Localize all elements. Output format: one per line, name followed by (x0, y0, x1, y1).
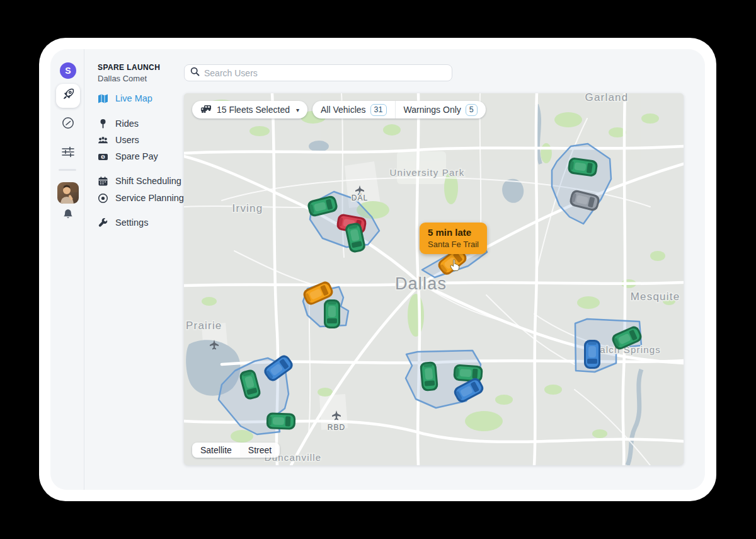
airport-code: DAL (352, 194, 368, 202)
vehicle-marker-green[interactable] (324, 299, 340, 328)
tooltip-subtitle: Santa Fe Trail (428, 240, 479, 249)
bell-icon (62, 208, 74, 223)
dashboard-button[interactable] (59, 115, 77, 133)
rocket-icon (61, 88, 75, 104)
layer-street-button[interactable]: Street (240, 443, 280, 458)
fleets-dropdown[interactable]: 15 Fleets Selected ▾ (192, 101, 307, 119)
sidebar-item-label: Live Map (115, 93, 152, 103)
search-icon (190, 67, 200, 79)
sidebar-item-label: Settings (115, 217, 148, 228)
fleets-dropdown-label: 15 Fleets Selected (217, 105, 290, 115)
city-label: Dallas (395, 274, 447, 293)
sidebar-item-label: Spare Pay (115, 151, 158, 161)
sidebar-item-spare-pay[interactable]: $ Spare Pay (98, 148, 158, 165)
all-vehicles-count-badge: 31 (370, 104, 387, 116)
chevron-down-icon: ▾ (296, 107, 299, 113)
tooltip-title: 5 min late (428, 227, 479, 238)
cash-icon: $ (98, 151, 108, 162)
airport-code: RBD (328, 423, 345, 432)
device-frame: S (39, 38, 716, 501)
search-bar (184, 64, 452, 81)
target-icon (98, 193, 108, 204)
vehicle-marker-blue[interactable] (584, 340, 600, 369)
brand-org: Dallas Comet (98, 74, 160, 83)
fleet-icon (200, 105, 212, 115)
app-window: S (50, 49, 705, 490)
svg-text:$: $ (102, 155, 104, 159)
left-rail: S (50, 49, 84, 490)
filter-label: All Vehicles (321, 105, 366, 115)
search-input[interactable] (204, 68, 446, 78)
calendar-icon (98, 176, 108, 187)
sidebar-item-settings[interactable]: Settings (98, 214, 148, 231)
sidebar-item-users[interactable]: Users (98, 132, 139, 148)
layer-satellite-button[interactable]: Satellite (192, 443, 240, 458)
sidebar-item-service-planning[interactable]: Service Planning (98, 190, 184, 206)
vehicle-filter: All Vehicles 31 Warnings Only 5 (312, 101, 486, 119)
sidebar-item-label: Service Planning (115, 193, 184, 203)
sidebar-item-live-map[interactable]: Live Map (98, 90, 152, 107)
rail-divider (59, 169, 76, 171)
city-label: Mesquite (631, 291, 680, 303)
vehicle-marker-green[interactable] (266, 412, 296, 430)
vehicle-tooltip: 5 min late Santa Fe Trail (420, 223, 487, 254)
adjustments-button[interactable] (59, 144, 77, 162)
sidebar-item-label: Rides (115, 119, 139, 129)
map-icon (98, 93, 108, 104)
city-label: Irving (232, 202, 263, 214)
brand-block: SPARE LAUNCH Dallas Comet (98, 63, 160, 83)
notifications-button[interactable] (59, 207, 77, 224)
map-layer-toggle: Satellite Street (192, 443, 280, 458)
brand-name: SPARE LAUNCH (98, 63, 160, 72)
users-icon (98, 135, 108, 146)
app-logo[interactable]: S (60, 62, 76, 79)
filter-all-vehicles[interactable]: All Vehicles 31 (312, 101, 395, 119)
filter-label: Warnings Only (404, 105, 461, 115)
map-toolbar: 15 Fleets Selected ▾ All Vehicles 31 War… (192, 101, 486, 119)
sidebar-item-label: Shift Scheduling (115, 176, 181, 186)
gauge-icon (61, 116, 75, 132)
city-label: University Park (390, 167, 465, 178)
vehicle-marker-green[interactable] (420, 361, 438, 391)
pin-icon (98, 119, 108, 129)
live-map[interactable]: DALRBD GarlandUniversity ParkIrvingDalla… (184, 93, 684, 465)
user-avatar[interactable] (57, 182, 79, 204)
filter-warnings-only[interactable]: Warnings Only 5 (395, 101, 486, 119)
wrench-icon (98, 217, 108, 228)
warnings-count-badge: 5 (466, 104, 478, 116)
sidebar-item-rides[interactable]: Rides (98, 115, 139, 132)
rocket-tool-button[interactable] (56, 84, 80, 108)
adjustments-icon (60, 145, 76, 161)
sidebar-item-label: Users (115, 135, 139, 145)
sidebar-item-shift-scheduling[interactable]: Shift Scheduling (98, 173, 181, 189)
city-label: Garland (585, 93, 629, 103)
city-label: Prairie (186, 320, 222, 332)
map-canvas[interactable]: DALRBD GarlandUniversity ParkIrvingDalla… (184, 93, 684, 465)
